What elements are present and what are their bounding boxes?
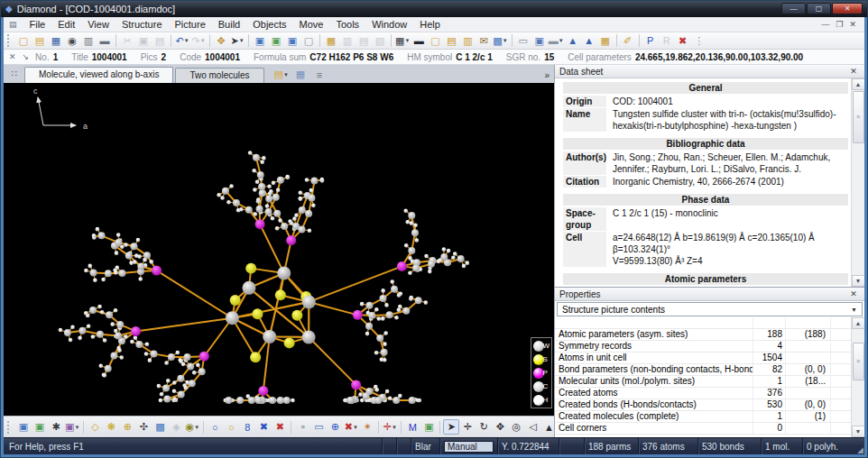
- picture-duplicate-button[interactable]: ▣: [32, 419, 48, 435]
- network-button[interactable]: ✖: [255, 419, 272, 435]
- diagram-1-button[interactable]: ▲: [565, 33, 581, 49]
- data-grid-button[interactable]: ▦: [597, 33, 614, 49]
- view-direction-button[interactable]: ◁: [524, 419, 540, 435]
- scroll-up-icon[interactable]: ▲: [852, 78, 865, 90]
- open-document-button[interactable]: ▤: [32, 33, 48, 49]
- picture-web-button[interactable]: ▩▼: [492, 33, 508, 49]
- powder-pattern-button[interactable]: P: [642, 33, 659, 49]
- chain-build-button[interactable]: 8: [239, 419, 255, 435]
- picture-window-4-button[interactable]: ▢: [300, 33, 317, 49]
- redo-button[interactable]: ↷▼: [190, 33, 207, 49]
- toolbar-options-button[interactable]: ⋮: [691, 33, 707, 49]
- new-picture-button[interactable]: ▢: [427, 33, 443, 49]
- property-row[interactable]: Created atoms376: [555, 388, 851, 399]
- toolbar-grip[interactable]: [7, 34, 12, 47]
- save-document-button[interactable]: ▦: [48, 33, 64, 49]
- center-view-button[interactable]: ⊕: [327, 419, 343, 435]
- close-databar-icon[interactable]: ✕: [9, 52, 16, 61]
- menu-view[interactable]: View: [81, 18, 115, 31]
- property-row[interactable]: [555, 317, 851, 329]
- bond-create-button[interactable]: ∘: [294, 419, 310, 435]
- minimize-button[interactable]: —: [781, 3, 806, 14]
- picture-tab-1[interactable]: Molecule, viewed along b-axis: [24, 67, 173, 83]
- cell-edges-button[interactable]: ▭: [310, 419, 327, 435]
- picture-window-2-button[interactable]: ▣: [268, 33, 284, 49]
- color-scheme-button[interactable]: ✛▼: [382, 419, 398, 435]
- move-atoms-button[interactable]: ✛: [459, 419, 476, 435]
- menu-build[interactable]: Build: [212, 18, 246, 31]
- picture-save-button[interactable]: ▥: [459, 33, 476, 49]
- undo-button[interactable]: ↶▼: [174, 33, 190, 49]
- measure-button[interactable]: M: [404, 419, 420, 435]
- copy-button[interactable]: ▣: [135, 33, 152, 49]
- paste-button[interactable]: ▤: [152, 33, 168, 49]
- menu-picture[interactable]: Picture: [169, 18, 212, 31]
- tab-list-button[interactable]: ≡: [311, 68, 328, 81]
- pointer-mode-button[interactable]: ➤▼: [229, 33, 245, 49]
- coordination-blue-button[interactable]: ○: [207, 419, 223, 435]
- translate-view-button[interactable]: ✥: [492, 419, 508, 435]
- render-picture-button[interactable]: ▣: [420, 419, 437, 435]
- pages-icon[interactable]: ∷: [7, 68, 21, 81]
- zoom-view-button[interactable]: ◎: [508, 419, 524, 435]
- destroy-button[interactable]: ✖▼: [343, 419, 359, 435]
- fill-cell-button[interactable]: ▩: [152, 419, 168, 435]
- picture-folder-button[interactable]: ▤: [443, 33, 459, 49]
- scroll-up-icon[interactable]: ▲: [852, 317, 865, 329]
- picture-settings-button[interactable]: ✱: [48, 419, 64, 435]
- print-button[interactable]: ▬: [97, 33, 113, 49]
- reciprocal-lattice-button[interactable]: R: [659, 33, 675, 49]
- mdi-close-icon[interactable]: ✕: [849, 20, 856, 29]
- menu-file[interactable]: File: [23, 18, 52, 31]
- page-preview-button[interactable]: ▥: [80, 33, 97, 49]
- fill-sphere-button[interactable]: ◈: [168, 419, 184, 435]
- select-pointer-button[interactable]: ➤: [443, 419, 459, 435]
- stop-calculation-button[interactable]: ✖: [675, 33, 691, 49]
- tab-overflow-button[interactable]: »: [544, 70, 549, 80]
- data-brief-button[interactable]: ▦: [323, 33, 339, 49]
- menu-objects[interactable]: Objects: [246, 18, 292, 31]
- table-mode-button[interactable]: ▦▼: [394, 33, 411, 49]
- insert-atom-button[interactable]: ⊕: [119, 419, 135, 435]
- property-row[interactable]: Atomic parameters (asym. sites)188(188): [555, 329, 851, 341]
- menu-help[interactable]: Help: [413, 18, 447, 31]
- picture-window-3-button[interactable]: ▣: [284, 33, 300, 49]
- scroll-down-icon[interactable]: ▼: [852, 426, 865, 437]
- menu-tools[interactable]: Tools: [329, 18, 365, 31]
- close-icon[interactable]: ✕: [847, 289, 860, 298]
- property-row[interactable]: Bond parameters (non-bonding contacts, H…: [555, 364, 851, 376]
- datasheet-scrollbar[interactable]: ▲ ≡ ▼: [851, 78, 864, 287]
- menu-structure[interactable]: Structure: [115, 18, 169, 31]
- mdi-minimize-icon[interactable]: —: [821, 20, 829, 29]
- properties-scrollbar[interactable]: ▲ ≡ ▼: [851, 317, 864, 437]
- mdi-restore-icon[interactable]: ❐: [836, 20, 843, 29]
- restore-button[interactable]: ▢: [807, 3, 831, 14]
- scroll-thumb[interactable]: ≡: [853, 343, 864, 380]
- add-atom-group-button[interactable]: ❋: [103, 419, 119, 435]
- new-picture-page-button[interactable]: ▤▼: [273, 68, 290, 81]
- scroll-down-icon[interactable]: ▼: [852, 275, 865, 287]
- toolbar-grip[interactable]: [7, 421, 12, 434]
- data-table-button[interactable]: ▤: [356, 33, 372, 49]
- property-row[interactable]: Cell corners0: [555, 423, 851, 435]
- resize-grip[interactable]: ◢: [851, 438, 864, 454]
- new-document-button[interactable]: ▢: [15, 33, 32, 49]
- build-molecule-button[interactable]: ✣: [135, 419, 152, 435]
- diagram-2-button[interactable]: ▲: [581, 33, 597, 49]
- property-row[interactable]: Atoms in unit cell1504: [555, 353, 851, 364]
- picture-page-properties-button[interactable]: ▦: [292, 68, 309, 81]
- element-filter-button[interactable]: ✴: [359, 419, 375, 435]
- picture-style-button[interactable]: ▣▼: [64, 419, 80, 435]
- data-sheet-toggle-button[interactable]: ▥: [339, 33, 356, 49]
- rotate-view-button[interactable]: ↻: [476, 419, 492, 435]
- menu-window[interactable]: Window: [365, 18, 413, 31]
- cut-button[interactable]: ✂: [119, 33, 135, 49]
- network-broken-button[interactable]: ✖: [272, 419, 288, 435]
- structure-picture[interactable]: c a: [4, 83, 549, 416]
- property-row[interactable]: Symmetry records4: [555, 341, 851, 353]
- blackboard-button[interactable]: ▬: [411, 33, 427, 49]
- picture-new-button[interactable]: ▣: [15, 419, 32, 435]
- menu-move[interactable]: Move: [293, 18, 330, 31]
- layout-single-button[interactable]: ▭: [515, 33, 531, 49]
- close-button[interactable]: ✕: [832, 3, 863, 14]
